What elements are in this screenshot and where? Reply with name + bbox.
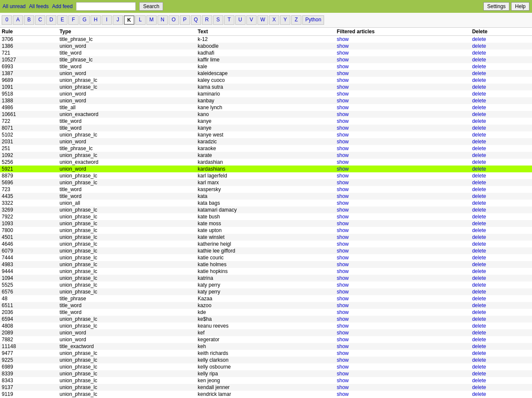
delete-link[interactable]: delete [472, 77, 486, 83]
delete-link[interactable]: delete [472, 166, 486, 172]
show-link[interactable]: show [337, 248, 349, 254]
delete-link[interactable]: delete [472, 268, 486, 274]
alpha-btn-z[interactable]: Z [291, 15, 301, 25]
all-feeds-link[interactable]: All feeds [29, 3, 49, 9]
delete-link[interactable]: delete [472, 255, 486, 261]
all-unread-link[interactable]: All unread [3, 3, 26, 9]
show-link[interactable]: show [337, 357, 349, 363]
show-link[interactable]: show [337, 111, 349, 117]
alpha-btn-h[interactable]: H [91, 15, 101, 25]
show-link[interactable]: show [337, 378, 349, 383]
show-link[interactable]: show [337, 241, 349, 247]
delete-link[interactable]: delete [472, 50, 486, 56]
show-link[interactable]: show [337, 132, 349, 138]
delete-link[interactable]: delete [472, 36, 486, 42]
show-link[interactable]: show [337, 302, 349, 308]
alpha-btn-p[interactable]: P [180, 15, 190, 25]
delete-link[interactable]: delete [472, 350, 486, 356]
delete-link[interactable]: delete [472, 221, 486, 227]
delete-link[interactable]: delete [472, 152, 486, 158]
delete-link[interactable]: delete [472, 180, 486, 186]
show-link[interactable]: show [337, 364, 349, 370]
delete-link[interactable]: delete [472, 261, 486, 267]
show-link[interactable]: show [337, 57, 349, 63]
delete-link[interactable]: delete [472, 378, 486, 383]
show-link[interactable]: show [337, 186, 349, 192]
delete-link[interactable]: delete [472, 145, 486, 151]
show-link[interactable]: show [337, 105, 349, 110]
show-link[interactable]: show [337, 275, 349, 281]
show-link[interactable]: show [337, 268, 349, 274]
show-link[interactable]: show [337, 200, 349, 206]
delete-link[interactable]: delete [472, 343, 486, 349]
delete-link[interactable]: delete [472, 111, 486, 117]
show-link[interactable]: show [337, 255, 349, 261]
delete-link[interactable]: delete [472, 91, 486, 97]
show-link[interactable]: show [337, 384, 349, 390]
delete-link[interactable]: delete [472, 234, 486, 240]
delete-link[interactable]: delete [472, 84, 486, 90]
alpha-btn-t[interactable]: T [224, 15, 234, 25]
alpha-btn-x[interactable]: X [269, 15, 279, 25]
show-link[interactable]: show [337, 91, 349, 97]
show-link[interactable]: show [337, 145, 349, 151]
show-link[interactable]: show [337, 221, 349, 227]
show-link[interactable]: show [337, 323, 349, 329]
show-link[interactable]: show [337, 125, 349, 131]
show-link[interactable]: show [337, 227, 349, 233]
delete-link[interactable]: delete [472, 200, 486, 206]
alpha-btn-m[interactable]: M [146, 15, 157, 25]
show-link[interactable]: show [337, 50, 349, 56]
show-link[interactable]: show [337, 98, 349, 104]
alpha-btn-g[interactable]: G [79, 15, 90, 25]
alpha-btn-q[interactable]: Q [191, 15, 201, 25]
delete-link[interactable]: delete [472, 371, 486, 377]
delete-link[interactable]: delete [472, 125, 486, 131]
show-link[interactable]: show [337, 316, 349, 322]
delete-link[interactable]: delete [472, 357, 486, 363]
show-link[interactable]: show [337, 173, 349, 179]
show-link[interactable]: show [337, 159, 349, 165]
search-button[interactable]: Search [139, 2, 163, 11]
delete-link[interactable]: delete [472, 337, 486, 343]
delete-link[interactable]: delete [472, 248, 486, 254]
show-link[interactable]: show [337, 118, 349, 124]
delete-link[interactable]: delete [472, 186, 486, 192]
show-link[interactable]: show [337, 152, 349, 158]
show-link[interactable]: show [337, 350, 349, 356]
delete-link[interactable]: delete [472, 118, 486, 124]
show-link[interactable]: show [337, 166, 349, 172]
show-link[interactable]: show [337, 309, 349, 315]
delete-link[interactable]: delete [472, 391, 486, 397]
alpha-btn-u[interactable]: U [235, 15, 246, 25]
show-link[interactable]: show [337, 391, 349, 397]
alpha-btn-j[interactable]: J [113, 15, 123, 25]
show-link[interactable]: show [337, 261, 349, 267]
alpha-btn-python[interactable]: Python [302, 15, 324, 25]
alpha-btn-k[interactable]: K [124, 15, 134, 25]
delete-link[interactable]: delete [472, 241, 486, 247]
settings-button[interactable]: Settings [483, 2, 509, 11]
delete-link[interactable]: delete [472, 64, 486, 70]
delete-link[interactable]: delete [472, 70, 486, 76]
show-link[interactable]: show [337, 234, 349, 240]
delete-link[interactable]: delete [472, 132, 486, 138]
delete-link[interactable]: delete [472, 296, 486, 302]
delete-link[interactable]: delete [472, 159, 486, 165]
alpha-btn-v[interactable]: V [246, 15, 257, 25]
show-link[interactable]: show [337, 193, 349, 199]
show-link[interactable]: show [337, 337, 349, 343]
alpha-btn-d[interactable]: D [46, 15, 56, 25]
show-link[interactable]: show [337, 296, 349, 302]
delete-link[interactable]: delete [472, 57, 486, 63]
alpha-btn-b[interactable]: B [24, 15, 34, 25]
show-link[interactable]: show [337, 289, 349, 295]
alpha-btn-l[interactable]: L [135, 15, 146, 25]
show-link[interactable]: show [337, 84, 349, 90]
delete-link[interactable]: delete [472, 384, 486, 390]
show-link[interactable]: show [337, 64, 349, 70]
delete-link[interactable]: delete [472, 330, 486, 336]
alpha-btn-0[interactable]: 0 [2, 15, 12, 25]
delete-link[interactable]: delete [472, 173, 486, 179]
show-link[interactable]: show [337, 36, 349, 42]
